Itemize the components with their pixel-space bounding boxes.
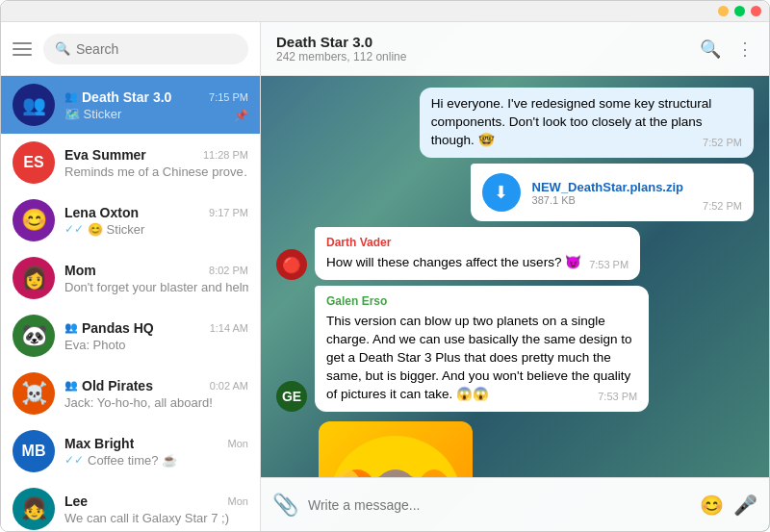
chat-item-pirates[interactable]: ☠️ 👥 Old Pirates 0:02 AM Jack: Yo-ho-ho,… (1, 365, 260, 422)
avatar: 🔴 (276, 249, 307, 280)
pin-icon: 📌 (234, 109, 248, 122)
chat-time: 7:15 PM (209, 91, 248, 103)
chat-preview: ✓✓ Coffee time? ☕ (64, 453, 248, 468)
message-row: Hi everyone. I've redesigned some key st… (276, 88, 754, 158)
sidebar: 🔍 👥 👥 Death Star 3.0 7:15 PM (1, 22, 261, 531)
chat-subtitle: 242 members, 112 online (276, 50, 406, 63)
message-time: 7:53 PM (589, 258, 629, 272)
chat-time: 11:28 PM (203, 149, 248, 161)
close-button[interactable] (751, 6, 761, 16)
file-info: NEW_DeathStar.plans.zip 387.1 KB (532, 180, 683, 206)
search-icon: 🔍 (55, 41, 70, 56)
maximize-button[interactable] (734, 6, 745, 16)
chat-name: Lee (64, 494, 88, 509)
check-icon: ✓✓ (64, 222, 84, 236)
avatar: GE (276, 381, 307, 412)
avatar: 👩 (13, 257, 55, 299)
group-icon: 👥 (64, 379, 78, 392)
chat-info: Lee Mon We can call it Galaxy Star 7 ;) (64, 494, 248, 525)
group-icon: 👥 (64, 90, 78, 103)
chat-preview: Jack: Yo-ho-ho, all aboard! (64, 395, 248, 410)
avatar: 👥 (13, 84, 55, 126)
chat-name: 👥 Pandas HQ (64, 320, 154, 336)
message-text: How will these changes affect the users?… (326, 255, 581, 269)
chat-name: 👥 Old Pirates (64, 378, 153, 393)
check-icon: ✓✓ (64, 453, 84, 467)
chat-item-death-star[interactable]: 👥 👥 Death Star 3.0 7:15 PM 🗺️ Sticker 📌 (1, 76, 260, 134)
message-row-file: ⬇ NEW_DeathStar.plans.zip 387.1 KB 7:52 … (276, 164, 754, 221)
file-size: 387.1 KB (532, 194, 683, 206)
chat-preview: We can call it Galaxy Star 7 ;) (64, 511, 248, 525)
messages-area: Hi everyone. I've redesigned some key st… (261, 76, 769, 477)
message-input[interactable] (308, 497, 690, 513)
input-bar: 📎 😊 🎤 (261, 477, 769, 531)
chat-header: Death Star 3.0 242 members, 112 online 🔍… (261, 22, 769, 76)
avatar: 🐼 (13, 315, 55, 357)
chat-item-eva[interactable]: ES Eva Summer 11:28 PM Reminds me of a C… (1, 134, 260, 191)
chat-item-pandas[interactable]: 🐼 👥 Pandas HQ 1:14 AM Eva: Photo (1, 307, 260, 365)
chat-name: 👥 Death Star 3.0 (64, 89, 171, 105)
avatar: MB (13, 430, 55, 472)
avatar: 😊 (13, 199, 55, 241)
search-box[interactable]: 🔍 (43, 34, 248, 64)
sender-name: Darth Vader (326, 235, 629, 251)
file-bubble: ⬇ NEW_DeathStar.plans.zip 387.1 KB 7:52 … (471, 164, 754, 221)
chat-info: Max Bright Mon ✓✓ Coffee time? ☕ (64, 436, 248, 468)
more-options-icon[interactable]: ⋮ (736, 38, 754, 60)
sender-name: Galen Erso (326, 293, 637, 310)
chat-item-max[interactable]: MB Max Bright Mon ✓✓ Coffee time? ☕ (1, 422, 260, 480)
message-text: This version can blow up two planets on … (326, 314, 631, 401)
chat-preview: Eva: Photo (64, 338, 248, 352)
file-name: NEW_DeathStar.plans.zip (532, 180, 683, 194)
chat-item-lena[interactable]: 😊 Lena Oxton 9:17 PM ✓✓ 😊 Sticker (1, 191, 260, 249)
chat-time: 0:02 AM (210, 380, 248, 392)
chat-name: Max Bright (64, 436, 134, 451)
chat-header-actions: 🔍 ⋮ (700, 38, 754, 60)
search-input[interactable] (76, 41, 237, 57)
minimize-button[interactable] (718, 6, 729, 16)
message-row-galen: GE Galen Erso This version can blow up t… (276, 286, 754, 412)
chat-info: 👥 Death Star 3.0 7:15 PM 🗺️ Sticker (64, 89, 248, 121)
chat-preview: 🗺️ Sticker (64, 107, 248, 121)
chat-info: Mom 8:02 PM Don't forget your blaster an… (64, 263, 248, 294)
chat-time: Mon (228, 438, 248, 449)
chat-time: 1:14 AM (210, 322, 248, 334)
chat-info: 👥 Pandas HQ 1:14 AM Eva: Photo (64, 320, 248, 352)
sidebar-header: 🔍 (1, 22, 260, 76)
avatar: ES (13, 141, 55, 184)
chat-name: Mom (64, 263, 96, 278)
emoji-icon[interactable]: 😊 (700, 494, 724, 517)
chat-title: Death Star 3.0 (276, 34, 406, 50)
title-bar (1, 1, 769, 22)
chat-info: 👥 Old Pirates 0:02 AM Jack: Yo-ho-ho, al… (64, 378, 248, 410)
chat-time: 8:02 PM (209, 265, 248, 276)
chat-item-lee[interactable]: 👧 Lee Mon We can call it Galaxy Star 7 ;… (1, 480, 260, 531)
download-icon[interactable]: ⬇ (482, 173, 521, 212)
attach-icon[interactable]: 📎 (272, 493, 298, 518)
sticker-image (319, 421, 473, 477)
message-bubble-galen: Galen Erso This version can blow up two … (315, 286, 649, 412)
avatar: ☠️ (13, 372, 55, 415)
menu-button[interactable] (13, 42, 32, 56)
message-bubble-darth: Darth Vader How will these changes affec… (315, 227, 640, 280)
message-time: 7:52 PM (703, 136, 742, 150)
chat-info: Eva Summer 11:28 PM Reminds me of a Chin… (64, 147, 248, 179)
chat-preview: ✓✓ 😊 Sticker (64, 222, 248, 237)
group-icon: 👥 (64, 321, 78, 334)
chat-preview: Reminds me of a Chinese prove… 2 (64, 165, 248, 179)
mic-icon[interactable]: 🎤 (733, 494, 757, 517)
search-chat-icon[interactable]: 🔍 (700, 38, 721, 60)
chat-info: Lena Oxton 9:17 PM ✓✓ 😊 Sticker (64, 205, 248, 237)
chat-name: Eva Summer (64, 147, 146, 163)
chat-preview: Don't forget your blaster and helmet (64, 280, 248, 294)
window-controls (718, 6, 761, 16)
message-time: 7:52 PM (703, 200, 742, 212)
main-layout: 🔍 👥 👥 Death Star 3.0 7:15 PM (1, 22, 769, 531)
chat-time: Mon (228, 495, 248, 507)
message-row-sticker: GE (276, 418, 754, 477)
message-bubble-outgoing: Hi everyone. I've redesigned some key st… (420, 88, 754, 158)
avatar: 👧 (13, 488, 55, 530)
chat-item-mom[interactable]: 👩 Mom 8:02 PM Don't forget your blaster … (1, 249, 260, 307)
chat-header-info: Death Star 3.0 242 members, 112 online (276, 34, 406, 63)
chat-area: Death Star 3.0 242 members, 112 online 🔍… (261, 22, 769, 531)
